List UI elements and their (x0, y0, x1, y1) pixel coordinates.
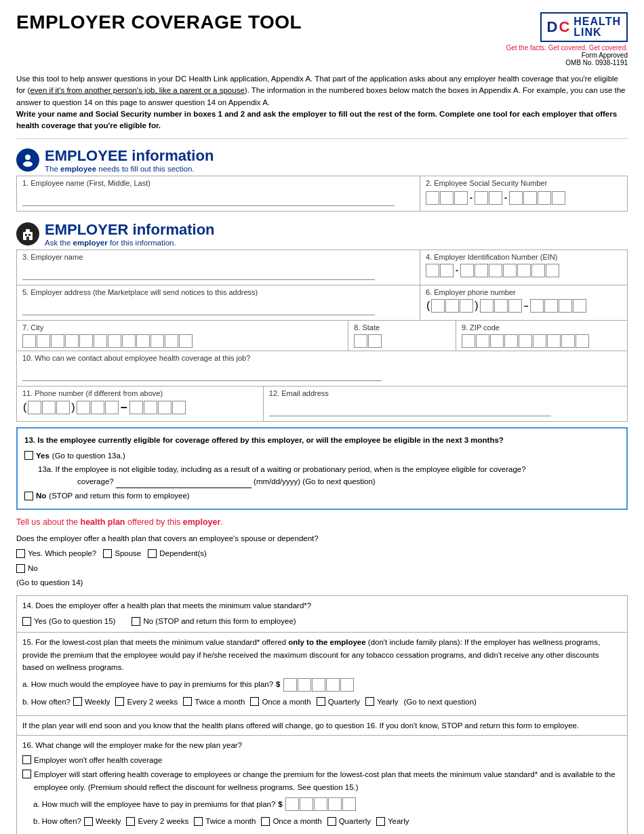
zip-box-8[interactable] (561, 334, 575, 348)
q16-opt1-checkbox[interactable] (22, 755, 31, 764)
city-box-7[interactable] (108, 334, 121, 348)
ein-box-6[interactable] (503, 264, 517, 277)
contact-input[interactable] (22, 369, 382, 381)
q16b-yearly-checkbox[interactable] (376, 817, 385, 826)
ein-box-1[interactable] (426, 264, 439, 277)
q13-yes-checkbox[interactable] (24, 451, 33, 460)
hp-spouse-checkbox[interactable] (103, 549, 112, 558)
zip-box-2[interactable] (476, 334, 489, 348)
q16b-quarterly-checkbox[interactable] (327, 817, 336, 826)
ssn-box-3[interactable] (454, 191, 468, 205)
p2-box-3[interactable] (56, 401, 70, 414)
p2-box-10[interactable] (172, 401, 186, 414)
city-box-3[interactable] (51, 334, 64, 348)
city-box-9[interactable] (136, 334, 150, 348)
q15a-box-1[interactable] (283, 678, 297, 692)
city-box-12[interactable] (179, 334, 193, 348)
ssn-boxes: - - (426, 191, 622, 205)
phone-box-5[interactable] (494, 299, 508, 313)
q16-opt2-checkbox[interactable] (22, 770, 31, 778)
q15b-yearly-checkbox[interactable] (365, 697, 374, 706)
phone-box-8[interactable] (544, 299, 558, 313)
hp-dependents-checkbox[interactable] (148, 549, 157, 558)
ein-box-3[interactable] (460, 264, 474, 277)
ssn-box-5[interactable] (489, 191, 502, 205)
q14-no-checkbox[interactable] (132, 617, 140, 626)
ssn-box-4[interactable] (475, 191, 488, 205)
q15b-every2w-checkbox[interactable] (115, 697, 124, 706)
q16b-once-checkbox[interactable] (261, 817, 270, 826)
p2-box-4[interactable] (77, 401, 90, 414)
city-box-4[interactable] (65, 334, 79, 348)
zip-box-1[interactable] (462, 334, 475, 348)
q15b-twice-checkbox[interactable] (183, 697, 192, 706)
p2-box-9[interactable] (158, 401, 172, 414)
q16b-weekly-checkbox[interactable] (84, 817, 93, 826)
zip-box-7[interactable] (547, 334, 561, 348)
ssn-box-2[interactable] (440, 191, 454, 205)
state-box-2[interactable] (368, 334, 382, 348)
q13a-date-input[interactable] (116, 488, 251, 488)
state-box-1[interactable] (354, 334, 367, 348)
hp-yes-checkbox[interactable] (16, 549, 25, 558)
hp-no-checkbox[interactable] (16, 564, 25, 573)
zip-box-4[interactable] (504, 334, 518, 348)
q15b-quarterly-checkbox[interactable] (317, 697, 325, 706)
phone-box-2[interactable] (445, 299, 459, 313)
q16a-box-5[interactable] (342, 797, 356, 811)
ein-box-8[interactable] (531, 264, 545, 277)
city-box-11[interactable] (165, 334, 178, 348)
p2-box-1[interactable] (28, 401, 41, 414)
q15a-box-3[interactable] (312, 678, 325, 692)
q16a-box-1[interactable] (285, 797, 299, 811)
employer-name-input[interactable] (22, 268, 375, 280)
zip-box-6[interactable] (533, 334, 546, 348)
zip-box-9[interactable] (576, 334, 589, 348)
employer-address-input[interactable] (22, 303, 375, 315)
ein-box-7[interactable] (517, 264, 531, 277)
ein-box-2[interactable] (440, 264, 454, 277)
phone-box-6[interactable] (508, 299, 522, 313)
q16a-box-4[interactable] (328, 797, 342, 811)
ssn-box-6[interactable] (509, 191, 523, 205)
p2-box-5[interactable] (91, 401, 104, 414)
zip-box-5[interactable] (519, 334, 532, 348)
ein-box-9[interactable] (546, 264, 559, 277)
p2-box-7[interactable] (129, 401, 143, 414)
city-box-1[interactable] (22, 334, 36, 348)
phone-box-7[interactable] (530, 299, 544, 313)
city-box-5[interactable] (79, 334, 93, 348)
q15a-box-5[interactable] (340, 678, 354, 692)
q16b-every2w-checkbox[interactable] (126, 817, 135, 826)
p2-box-6[interactable] (105, 401, 119, 414)
email-input[interactable] (269, 404, 551, 416)
city-box-2[interactable] (37, 334, 50, 348)
q15b-once-checkbox[interactable] (250, 697, 259, 706)
city-box-10[interactable] (150, 334, 164, 348)
q16a-box-2[interactable] (300, 797, 313, 811)
phone-box-9[interactable] (559, 299, 572, 313)
city-box-8[interactable] (122, 334, 136, 348)
ssn-box-9[interactable] (552, 191, 565, 205)
p2-box-2[interactable] (42, 401, 56, 414)
q15a-box-4[interactable] (326, 678, 340, 692)
phone-box-10[interactable] (573, 299, 586, 313)
q16b-twice-checkbox[interactable] (194, 817, 203, 826)
phone-box-1[interactable] (431, 299, 445, 313)
q15b-weekly-checkbox[interactable] (73, 697, 82, 706)
p2-box-8[interactable] (144, 401, 157, 414)
ssn-box-1[interactable] (426, 191, 439, 205)
ssn-box-8[interactable] (538, 191, 551, 205)
ein-box-4[interactable] (475, 264, 488, 277)
phone-box-3[interactable] (460, 299, 473, 313)
ssn-box-7[interactable] (523, 191, 537, 205)
phone-box-4[interactable] (480, 299, 494, 313)
q16a-box-3[interactable] (314, 797, 327, 811)
zip-box-3[interactable] (490, 334, 504, 348)
q13-no-checkbox[interactable] (24, 492, 33, 500)
city-box-6[interactable] (94, 334, 107, 348)
q15a-box-2[interactable] (298, 678, 311, 692)
q14-yes-checkbox[interactable] (22, 617, 31, 626)
employee-name-input[interactable] (22, 194, 395, 206)
ein-box-5[interactable] (489, 264, 502, 277)
